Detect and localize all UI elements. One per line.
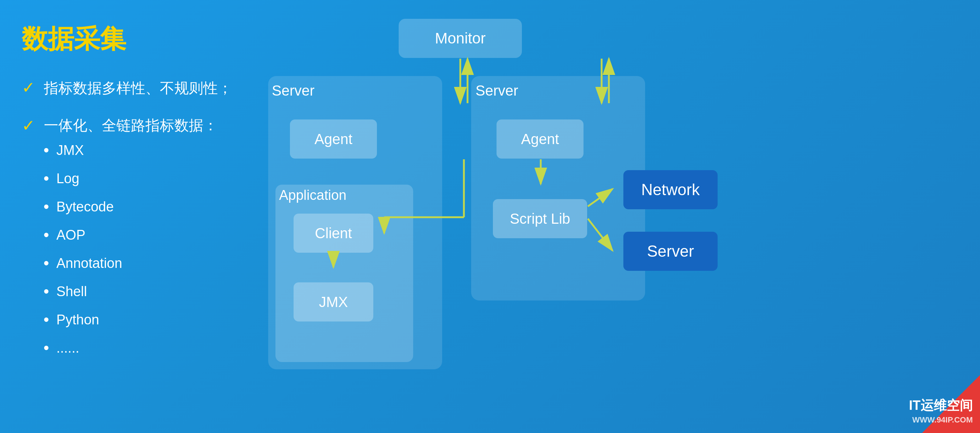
list-item-shell: Shell (43, 282, 218, 300)
sub-list: JMX Log Bytecode AOP Annotation Shell Py… (22, 141, 218, 357)
check-text-2: 一体化、全链路指标数据： (44, 116, 218, 135)
monitor-box: Monitor (399, 19, 522, 58)
monitor-label: Monitor (435, 30, 486, 47)
list-item-annotation: Annotation (43, 254, 218, 272)
script-lib-label: Script Lib (510, 211, 570, 227)
application-label: Application (279, 187, 347, 203)
watermark-line2: WWW.94IP.COM (909, 414, 973, 426)
diagram-area: Monitor Server Server Agent Agent Applic… (247, 0, 980, 433)
client-label: Client (315, 225, 352, 241)
watermark: IT运维空间 WWW.94IP.COM (909, 397, 973, 426)
agent-left-label: Agent (315, 131, 353, 148)
server-label-left: Server (272, 82, 315, 99)
list-item-bytecode: Bytecode (43, 198, 218, 216)
client-box: Client (294, 214, 373, 253)
application-block (275, 185, 413, 362)
check-icon-1: ✓ (22, 78, 35, 97)
list-item-jmx: JMX (43, 141, 218, 159)
script-lib-box: Script Lib (493, 199, 587, 238)
list-item-log: Log (43, 170, 218, 187)
check-item-1: ✓ 指标数据多样性、不规则性； (22, 78, 268, 98)
network-box: Network (624, 170, 718, 209)
server-label-right: Server (476, 82, 518, 99)
list-item-python: Python (43, 311, 218, 329)
server-small-box: Server (624, 232, 718, 271)
server-block-right (471, 76, 645, 300)
jmx-label: JMX (319, 294, 348, 310)
jmx-box: JMX (294, 282, 373, 322)
check-item-2: ✓ 一体化、全链路指标数据： JMX Log Bytecode AOP Anno… (22, 116, 268, 367)
check-icon-2: ✓ (22, 116, 35, 135)
server-small-label: Server (647, 242, 694, 260)
list-item-ellipsis: ...... (43, 339, 218, 357)
left-panel: 数据采集 ✓ 指标数据多样性、不规则性； ✓ 一体化、全链路指标数据： JMX … (22, 22, 268, 384)
list-item-aop: AOP (43, 226, 218, 244)
check-text-1: 指标数据多样性、不规则性； (44, 78, 232, 98)
agent-box-right: Agent (496, 119, 584, 159)
bullet-list: ✓ 指标数据多样性、不规则性； ✓ 一体化、全链路指标数据： JMX Log B… (22, 78, 268, 367)
agent-right-label: Agent (521, 131, 559, 148)
network-label: Network (641, 181, 700, 199)
watermark-line1: IT运维空间 (909, 397, 973, 414)
page-title: 数据采集 (22, 22, 268, 57)
agent-box-left: Agent (290, 119, 377, 159)
